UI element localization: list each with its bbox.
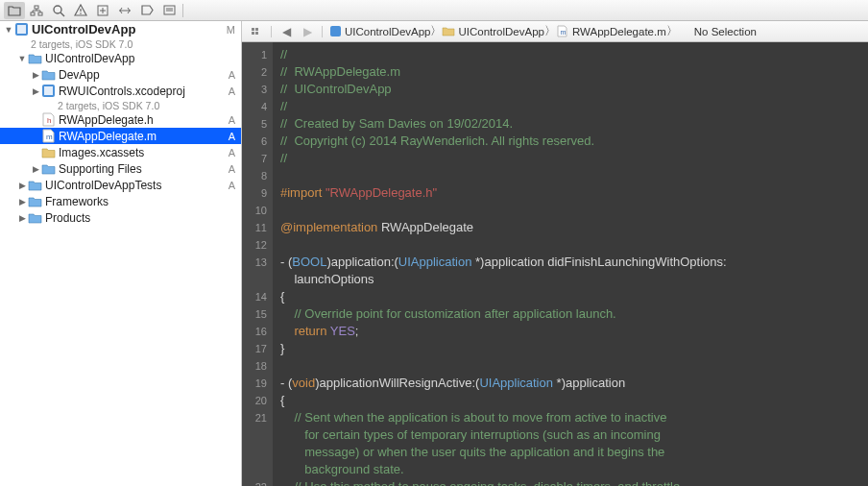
toolbar-separator	[182, 4, 183, 17]
project-subtitle: 2 targets, iOS SDK 7.0	[0, 37, 241, 50]
tree-row[interactable]: ▶Frameworks	[0, 193, 241, 209]
impl-icon: m	[40, 129, 56, 144]
crumb-label: RWAppDelegate.m	[572, 26, 666, 37]
project-root[interactable]: ▼ UIControlDevApp M	[0, 21, 241, 37]
tree-label: DevApp	[59, 68, 225, 82]
navigator-toolbar	[0, 0, 868, 21]
xcodeproj-icon	[13, 22, 29, 37]
tree-subtitle: 2 targets, iOS SDK 7.0	[0, 99, 241, 111]
chevron-right-icon: 〉	[544, 24, 556, 38]
assets-icon	[40, 145, 56, 160]
project-name: UIControlDevApp	[32, 22, 223, 36]
svg-rect-17	[252, 28, 254, 31]
code-text[interactable]: //// RWAppDelegate.m// UIControlDevApp//…	[273, 42, 868, 486]
disclosure-icon[interactable]: ▶	[17, 181, 27, 190]
svg-text:h: h	[47, 116, 51, 125]
crumb-icon	[328, 25, 342, 38]
disclosure-icon[interactable]: ▼	[17, 54, 27, 63]
svg-rect-2	[38, 12, 42, 15]
jump-bar: ◀ ▶ UIControlDevApp〉UIControlDevApp〉mRWA…	[242, 21, 868, 42]
tree-row[interactable]: hRWAppDelegate.hA	[0, 111, 241, 128]
line-gutter: 1234567891011121314151617181920212223242…	[242, 42, 273, 486]
disclosure-icon[interactable]: ▼	[4, 25, 13, 35]
scm-badge: A	[229, 163, 235, 175]
disclosure-icon[interactable]: ▶	[17, 213, 27, 223]
tests-icon[interactable]	[92, 2, 113, 19]
svg-rect-18	[255, 28, 258, 31]
scm-badge: A	[229, 85, 235, 97]
code-area[interactable]: 1234567891011121314151617181920212223242…	[242, 42, 868, 486]
header-icon: h	[40, 112, 56, 128]
scm-badge: A	[229, 69, 235, 81]
disclosure-icon[interactable]: ▶	[31, 86, 40, 96]
code-editor: ◀ ▶ UIControlDevApp〉UIControlDevApp〉mRWA…	[242, 21, 868, 486]
svg-point-6	[80, 12, 82, 14]
tree-label: UIControlDevAppTests	[45, 179, 225, 192]
group-icon	[40, 161, 56, 177]
svg-rect-14	[44, 86, 53, 95]
scm-badge: M	[227, 24, 235, 36]
scm-badge: A	[229, 147, 235, 158]
tree-row[interactable]: ▶DevAppA	[0, 66, 241, 83]
crumb-label: UIControlDevApp	[345, 26, 430, 37]
scm-badge: A	[229, 131, 235, 142]
group-icon	[27, 210, 42, 226]
breadcrumb-uicontroldevapp[interactable]: UIControlDevApp	[328, 25, 430, 38]
forward-icon[interactable]: ▶	[299, 24, 316, 39]
related-items-icon[interactable]	[248, 24, 265, 39]
tree-row[interactable]: ▶Products	[0, 209, 241, 226]
tree-row[interactable]: Images.xcassetsA	[0, 144, 241, 160]
group-icon	[40, 67, 56, 83]
breakpoints-icon[interactable]	[136, 2, 157, 19]
svg-rect-12	[17, 25, 26, 34]
disclosure-icon[interactable]: ▶	[31, 164, 40, 174]
scm-badge: A	[229, 114, 235, 126]
project-navigator[interactable]: ▼ UIControlDevApp M 2 targets, iOS SDK 7…	[0, 21, 242, 486]
svg-rect-21	[330, 26, 341, 36]
group-icon	[27, 178, 42, 193]
hierarchy-icon[interactable]	[26, 2, 47, 19]
crumb-label: UIControlDevApp	[458, 26, 543, 37]
svg-point-3	[54, 6, 61, 13]
svg-rect-1	[31, 12, 35, 15]
tree-row[interactable]: ▶Supporting FilesA	[0, 160, 241, 177]
tree-label: UIControlDevApp	[45, 52, 231, 65]
crumb-icon: m	[556, 25, 569, 38]
tree-row[interactable]: ▼UIControlDevApp	[0, 50, 241, 66]
search-icon[interactable]	[48, 2, 69, 19]
svg-text:m: m	[561, 29, 567, 36]
chevron-right-icon: 〉	[430, 24, 442, 38]
separator	[322, 26, 323, 37]
breadcrumb-no-selection[interactable]: No Selection	[678, 25, 757, 38]
svg-line-4	[60, 12, 64, 16]
tree-row-selected[interactable]: mRWAppDelegate.mA	[0, 128, 241, 144]
breadcrumb-rwappdelegate-m[interactable]: mRWAppDelegate.m	[556, 25, 666, 38]
disclosure-icon[interactable]: ▶	[17, 197, 27, 207]
group-icon	[27, 51, 42, 66]
crumb-label: No Selection	[694, 26, 757, 37]
tree-label: RWAppDelegate.h	[59, 113, 225, 127]
crumb-icon	[442, 25, 455, 38]
warning-icon[interactable]	[70, 2, 91, 19]
tree-label: Supporting Files	[59, 162, 225, 176]
tree-label: Frameworks	[45, 195, 231, 208]
svg-rect-19	[252, 32, 254, 35]
disclosure-icon[interactable]: ▶	[31, 70, 40, 80]
tree-row[interactable]: ▶UIControlDevAppTestsA	[0, 177, 241, 193]
group-icon	[27, 194, 42, 209]
debug-icon[interactable]	[114, 2, 135, 19]
tree-label: RWUIControls.xcodeproj	[59, 85, 225, 98]
tree-label: RWAppDelegate.m	[59, 130, 225, 143]
breadcrumb-uicontroldevapp[interactable]: UIControlDevApp	[442, 25, 543, 38]
svg-rect-20	[255, 32, 258, 35]
tree-row[interactable]: ▶RWUIControls.xcodeprojA	[0, 83, 241, 99]
svg-rect-0	[35, 6, 38, 9]
xcodeproj-icon	[40, 84, 56, 99]
back-icon[interactable]: ◀	[277, 24, 295, 39]
log-icon[interactable]	[158, 2, 180, 19]
scm-badge: A	[229, 180, 235, 191]
tree-label: Images.xcassets	[59, 146, 225, 159]
svg-text:m: m	[46, 133, 53, 141]
chevron-right-icon: 〉	[666, 24, 678, 38]
folder-icon[interactable]	[4, 2, 25, 19]
